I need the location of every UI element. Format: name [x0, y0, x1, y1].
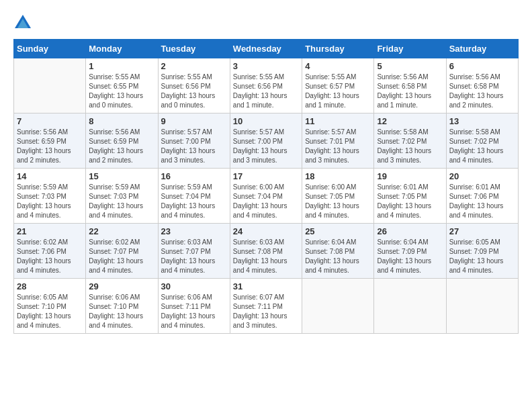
weekday-header-wednesday: Wednesday [230, 40, 302, 58]
day-info: Sunrise: 5:58 AMSunset: 7:02 PMDaylight:… [449, 128, 515, 165]
calendar-day-cell [374, 279, 446, 334]
day-number: 26 [377, 226, 443, 236]
day-info: Sunrise: 6:03 AMSunset: 7:07 PMDaylight:… [161, 238, 227, 275]
calendar-day-cell: 13Sunrise: 5:58 AMSunset: 7:02 PMDayligh… [446, 113, 518, 169]
calendar-week-row: 28Sunrise: 6:05 AMSunset: 7:10 PMDayligh… [14, 279, 519, 334]
calendar-week-row: 21Sunrise: 6:02 AMSunset: 7:06 PMDayligh… [14, 224, 519, 279]
day-number: 27 [449, 226, 515, 236]
day-info: Sunrise: 5:55 AMSunset: 6:56 PMDaylight:… [161, 73, 227, 110]
day-info: Sunrise: 5:59 AMSunset: 7:03 PMDaylight:… [89, 183, 154, 220]
day-number: 21 [17, 226, 83, 236]
day-number: 13 [449, 116, 515, 126]
calendar-day-cell: 30Sunrise: 6:06 AMSunset: 7:11 PMDayligh… [158, 279, 230, 334]
calendar-day-cell: 1Sunrise: 5:55 AMSunset: 6:55 PMDaylight… [86, 58, 158, 113]
day-info: Sunrise: 6:02 AMSunset: 7:06 PMDaylight:… [17, 238, 83, 275]
weekday-header-saturday: Saturday [446, 40, 518, 58]
day-number: 10 [233, 116, 299, 126]
weekday-header-friday: Friday [374, 40, 446, 58]
day-info: Sunrise: 6:00 AMSunset: 7:05 PMDaylight:… [305, 183, 371, 220]
day-info: Sunrise: 5:56 AMSunset: 6:58 PMDaylight:… [377, 73, 443, 110]
day-number: 22 [89, 226, 154, 236]
calendar-day-cell: 20Sunrise: 6:01 AMSunset: 7:06 PMDayligh… [446, 169, 518, 224]
day-number: 12 [377, 116, 443, 126]
calendar-day-cell [302, 279, 374, 334]
calendar-day-cell: 15Sunrise: 5:59 AMSunset: 7:03 PMDayligh… [86, 169, 158, 224]
calendar-day-cell: 10Sunrise: 5:57 AMSunset: 7:00 PMDayligh… [230, 113, 302, 169]
day-info: Sunrise: 5:56 AMSunset: 6:58 PMDaylight:… [449, 73, 515, 110]
day-number: 7 [17, 116, 83, 126]
day-number: 19 [377, 171, 443, 181]
calendar-week-row: 1Sunrise: 5:55 AMSunset: 6:55 PMDaylight… [14, 58, 519, 113]
calendar-day-cell: 24Sunrise: 6:03 AMSunset: 7:08 PMDayligh… [230, 224, 302, 279]
day-info: Sunrise: 5:57 AMSunset: 7:01 PMDaylight:… [305, 128, 371, 165]
day-info: Sunrise: 5:59 AMSunset: 7:03 PMDaylight:… [17, 183, 83, 220]
day-info: Sunrise: 6:02 AMSunset: 7:07 PMDaylight:… [89, 238, 154, 275]
day-info: Sunrise: 6:06 AMSunset: 7:10 PMDaylight:… [89, 293, 154, 330]
day-info: Sunrise: 5:56 AMSunset: 6:59 PMDaylight:… [89, 128, 154, 165]
day-info: Sunrise: 5:58 AMSunset: 7:02 PMDaylight:… [377, 128, 443, 165]
calendar-day-cell: 23Sunrise: 6:03 AMSunset: 7:07 PMDayligh… [158, 224, 230, 279]
day-info: Sunrise: 6:05 AMSunset: 7:10 PMDaylight:… [17, 293, 83, 330]
calendar-day-cell: 27Sunrise: 6:05 AMSunset: 7:09 PMDayligh… [446, 224, 518, 279]
day-number: 23 [161, 226, 227, 236]
calendar-day-cell: 9Sunrise: 5:57 AMSunset: 7:00 PMDaylight… [158, 113, 230, 169]
day-number: 4 [305, 61, 371, 71]
weekday-header-monday: Monday [86, 40, 158, 58]
day-number: 9 [161, 116, 227, 126]
calendar-day-cell [446, 279, 518, 334]
day-number: 6 [449, 61, 515, 71]
calendar-day-cell: 26Sunrise: 6:04 AMSunset: 7:09 PMDayligh… [374, 224, 446, 279]
calendar-day-cell: 16Sunrise: 5:59 AMSunset: 7:04 PMDayligh… [158, 169, 230, 224]
day-info: Sunrise: 6:04 AMSunset: 7:09 PMDaylight:… [377, 238, 443, 275]
calendar-day-cell: 21Sunrise: 6:02 AMSunset: 7:06 PMDayligh… [14, 224, 86, 279]
calendar-day-cell: 28Sunrise: 6:05 AMSunset: 7:10 PMDayligh… [14, 279, 86, 334]
day-number: 28 [17, 281, 83, 291]
day-number: 11 [305, 116, 371, 126]
weekday-header-tuesday: Tuesday [158, 40, 230, 58]
day-number: 1 [89, 61, 154, 71]
day-info: Sunrise: 5:55 AMSunset: 6:55 PMDaylight:… [89, 73, 154, 110]
day-number: 2 [161, 61, 227, 71]
calendar-day-cell: 17Sunrise: 6:00 AMSunset: 7:04 PMDayligh… [230, 169, 302, 224]
calendar-day-cell: 29Sunrise: 6:06 AMSunset: 7:10 PMDayligh… [86, 279, 158, 334]
logo [13, 13, 35, 32]
day-info: Sunrise: 5:57 AMSunset: 7:00 PMDaylight:… [233, 128, 299, 165]
day-number: 16 [161, 171, 227, 181]
page-header [13, 13, 519, 32]
day-number: 18 [305, 171, 371, 181]
calendar-day-cell: 2Sunrise: 5:55 AMSunset: 6:56 PMDaylight… [158, 58, 230, 113]
day-number: 3 [233, 61, 299, 71]
day-info: Sunrise: 5:56 AMSunset: 6:59 PMDaylight:… [17, 128, 83, 165]
calendar-day-cell: 11Sunrise: 5:57 AMSunset: 7:01 PMDayligh… [302, 113, 374, 169]
day-number: 29 [89, 281, 154, 291]
day-number: 20 [449, 171, 515, 181]
calendar-day-cell: 5Sunrise: 5:56 AMSunset: 6:58 PMDaylight… [374, 58, 446, 113]
day-number: 30 [161, 281, 227, 291]
weekday-header-thursday: Thursday [302, 40, 374, 58]
day-info: Sunrise: 5:57 AMSunset: 7:00 PMDaylight:… [161, 128, 227, 165]
day-number: 24 [233, 226, 299, 236]
calendar-day-cell: 18Sunrise: 6:00 AMSunset: 7:05 PMDayligh… [302, 169, 374, 224]
day-info: Sunrise: 6:07 AMSunset: 7:11 PMDaylight:… [233, 293, 299, 330]
day-number: 8 [89, 116, 154, 126]
day-info: Sunrise: 5:55 AMSunset: 6:56 PMDaylight:… [233, 73, 299, 110]
calendar-header-row: SundayMondayTuesdayWednesdayThursdayFrid… [14, 40, 519, 58]
day-info: Sunrise: 5:55 AMSunset: 6:57 PMDaylight:… [305, 73, 371, 110]
calendar-day-cell: 12Sunrise: 5:58 AMSunset: 7:02 PMDayligh… [374, 113, 446, 169]
calendar-day-cell: 8Sunrise: 5:56 AMSunset: 6:59 PMDaylight… [86, 113, 158, 169]
day-number: 17 [233, 171, 299, 181]
calendar-day-cell: 19Sunrise: 6:01 AMSunset: 7:05 PMDayligh… [374, 169, 446, 224]
calendar-table: SundayMondayTuesdayWednesdayThursdayFrid… [13, 39, 519, 334]
calendar-day-cell: 31Sunrise: 6:07 AMSunset: 7:11 PMDayligh… [230, 279, 302, 334]
day-info: Sunrise: 5:59 AMSunset: 7:04 PMDaylight:… [161, 183, 227, 220]
calendar-day-cell: 7Sunrise: 5:56 AMSunset: 6:59 PMDaylight… [14, 113, 86, 169]
day-number: 31 [233, 281, 299, 291]
calendar-day-cell: 14Sunrise: 5:59 AMSunset: 7:03 PMDayligh… [14, 169, 86, 224]
weekday-header-sunday: Sunday [14, 40, 86, 58]
logo-icon [13, 13, 32, 32]
calendar-day-cell [14, 58, 86, 113]
calendar-day-cell: 3Sunrise: 5:55 AMSunset: 6:56 PMDaylight… [230, 58, 302, 113]
calendar-day-cell: 4Sunrise: 5:55 AMSunset: 6:57 PMDaylight… [302, 58, 374, 113]
calendar-day-cell: 22Sunrise: 6:02 AMSunset: 7:07 PMDayligh… [86, 224, 158, 279]
calendar-week-row: 7Sunrise: 5:56 AMSunset: 6:59 PMDaylight… [14, 113, 519, 169]
